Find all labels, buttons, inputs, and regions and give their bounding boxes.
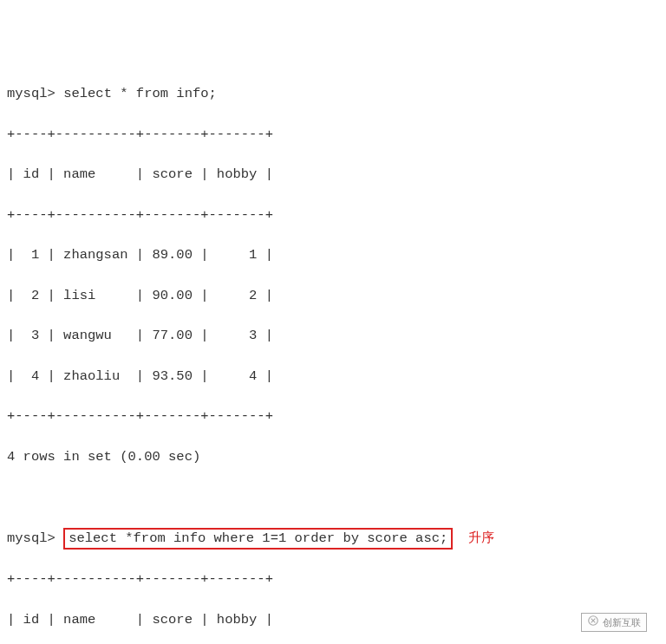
table-row: | 1 | zhangsan | 89.00 | 1 | [7,245,645,265]
table-border: +----+----------+-------+-------+ [7,205,645,225]
sql-query-1: select * from info; [63,86,217,101]
boxed-query-asc: select *from info where 1=1 order by sco… [63,528,453,550]
table-row: | 3 | wangwu | 77.00 | 3 | [7,326,645,346]
watermark-text: 创新互联 [603,615,641,630]
mysql-prompt: mysql> [7,530,56,546]
result-summary: 4 rows in set (0.00 sec) [7,447,645,467]
table-row: | 4 | zhaoliu | 93.50 | 4 | [7,367,645,387]
blank-line [7,487,645,507]
watermark-logo-icon [587,615,599,631]
table-header: | id | name | score | hobby | [7,610,645,630]
table-header: | id | name | score | hobby | [7,165,645,185]
mysql-prompt: mysql> [7,86,56,101]
table-border: +----+----------+-------+-------+ [7,125,645,145]
query-line-1: mysql> select * from info; [7,84,645,104]
annotation-asc: 升序 [468,528,494,548]
table-border: +----+----------+-------+-------+ [7,407,645,426]
query-line-2: mysql> select *from info where 1=1 order… [7,528,645,550]
watermark-badge: 创新互联 [581,613,647,633]
table-border: +----+----------+-------+-------+ [7,569,645,589]
table-row: | 2 | lisi | 90.00 | 2 | [7,286,645,306]
